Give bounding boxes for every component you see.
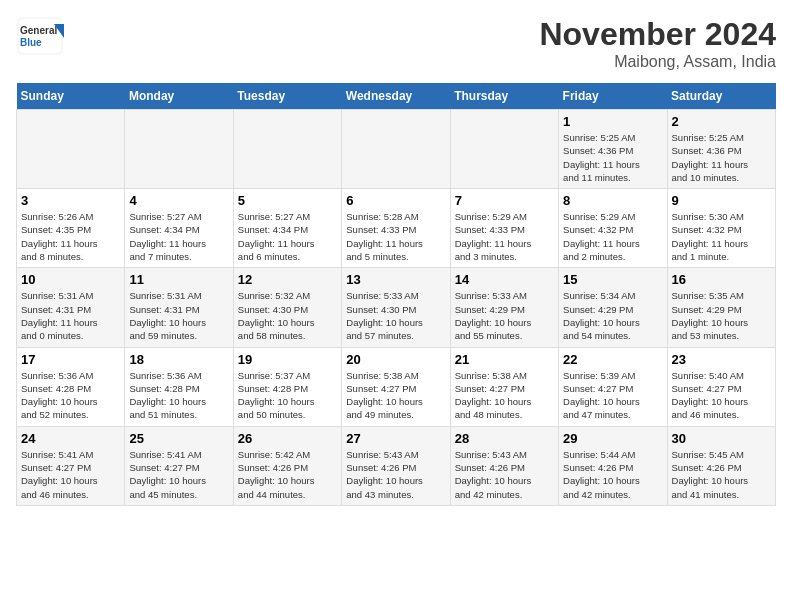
- calendar-cell: 14Sunrise: 5:33 AM Sunset: 4:29 PM Dayli…: [450, 268, 558, 347]
- calendar-cell: 13Sunrise: 5:33 AM Sunset: 4:30 PM Dayli…: [342, 268, 450, 347]
- day-number: 1: [563, 114, 662, 129]
- day-info: Sunrise: 5:40 AM Sunset: 4:27 PM Dayligh…: [672, 369, 771, 422]
- day-info: Sunrise: 5:36 AM Sunset: 4:28 PM Dayligh…: [21, 369, 120, 422]
- day-info: Sunrise: 5:26 AM Sunset: 4:35 PM Dayligh…: [21, 210, 120, 263]
- day-info: Sunrise: 5:45 AM Sunset: 4:26 PM Dayligh…: [672, 448, 771, 501]
- calendar-cell: 10Sunrise: 5:31 AM Sunset: 4:31 PM Dayli…: [17, 268, 125, 347]
- weekday-header: Saturday: [667, 83, 775, 110]
- calendar-cell: 20Sunrise: 5:38 AM Sunset: 4:27 PM Dayli…: [342, 347, 450, 426]
- day-number: 16: [672, 272, 771, 287]
- calendar-cell: 3Sunrise: 5:26 AM Sunset: 4:35 PM Daylig…: [17, 189, 125, 268]
- calendar-cell: 22Sunrise: 5:39 AM Sunset: 4:27 PM Dayli…: [559, 347, 667, 426]
- calendar-cell: 26Sunrise: 5:42 AM Sunset: 4:26 PM Dayli…: [233, 426, 341, 505]
- calendar-week-row: 24Sunrise: 5:41 AM Sunset: 4:27 PM Dayli…: [17, 426, 776, 505]
- page-title: November 2024: [539, 16, 776, 53]
- day-number: 4: [129, 193, 228, 208]
- calendar-cell: 4Sunrise: 5:27 AM Sunset: 4:34 PM Daylig…: [125, 189, 233, 268]
- day-info: Sunrise: 5:41 AM Sunset: 4:27 PM Dayligh…: [129, 448, 228, 501]
- day-number: 15: [563, 272, 662, 287]
- day-number: 2: [672, 114, 771, 129]
- day-number: 22: [563, 352, 662, 367]
- calendar-cell: 15Sunrise: 5:34 AM Sunset: 4:29 PM Dayli…: [559, 268, 667, 347]
- day-number: 26: [238, 431, 337, 446]
- calendar-cell: [233, 110, 341, 189]
- day-info: Sunrise: 5:43 AM Sunset: 4:26 PM Dayligh…: [455, 448, 554, 501]
- page-subtitle: Maibong, Assam, India: [539, 53, 776, 71]
- svg-text:Blue: Blue: [20, 37, 42, 48]
- day-info: Sunrise: 5:35 AM Sunset: 4:29 PM Dayligh…: [672, 289, 771, 342]
- day-info: Sunrise: 5:29 AM Sunset: 4:33 PM Dayligh…: [455, 210, 554, 263]
- calendar-cell: 11Sunrise: 5:31 AM Sunset: 4:31 PM Dayli…: [125, 268, 233, 347]
- weekday-header: Tuesday: [233, 83, 341, 110]
- day-info: Sunrise: 5:28 AM Sunset: 4:33 PM Dayligh…: [346, 210, 445, 263]
- day-number: 3: [21, 193, 120, 208]
- calendar-cell: 17Sunrise: 5:36 AM Sunset: 4:28 PM Dayli…: [17, 347, 125, 426]
- calendar-cell: [17, 110, 125, 189]
- day-info: Sunrise: 5:32 AM Sunset: 4:30 PM Dayligh…: [238, 289, 337, 342]
- calendar-cell: 28Sunrise: 5:43 AM Sunset: 4:26 PM Dayli…: [450, 426, 558, 505]
- day-info: Sunrise: 5:39 AM Sunset: 4:27 PM Dayligh…: [563, 369, 662, 422]
- day-info: Sunrise: 5:43 AM Sunset: 4:26 PM Dayligh…: [346, 448, 445, 501]
- weekday-header: Friday: [559, 83, 667, 110]
- day-number: 23: [672, 352, 771, 367]
- day-number: 29: [563, 431, 662, 446]
- day-number: 28: [455, 431, 554, 446]
- day-number: 10: [21, 272, 120, 287]
- day-number: 30: [672, 431, 771, 446]
- calendar-cell: 7Sunrise: 5:29 AM Sunset: 4:33 PM Daylig…: [450, 189, 558, 268]
- day-number: 14: [455, 272, 554, 287]
- weekday-header-row: SundayMondayTuesdayWednesdayThursdayFrid…: [17, 83, 776, 110]
- calendar-cell: [342, 110, 450, 189]
- day-info: Sunrise: 5:27 AM Sunset: 4:34 PM Dayligh…: [238, 210, 337, 263]
- calendar-cell: 29Sunrise: 5:44 AM Sunset: 4:26 PM Dayli…: [559, 426, 667, 505]
- day-info: Sunrise: 5:38 AM Sunset: 4:27 PM Dayligh…: [455, 369, 554, 422]
- day-info: Sunrise: 5:31 AM Sunset: 4:31 PM Dayligh…: [21, 289, 120, 342]
- calendar-cell: 12Sunrise: 5:32 AM Sunset: 4:30 PM Dayli…: [233, 268, 341, 347]
- day-info: Sunrise: 5:38 AM Sunset: 4:27 PM Dayligh…: [346, 369, 445, 422]
- day-info: Sunrise: 5:41 AM Sunset: 4:27 PM Dayligh…: [21, 448, 120, 501]
- day-info: Sunrise: 5:33 AM Sunset: 4:30 PM Dayligh…: [346, 289, 445, 342]
- day-number: 24: [21, 431, 120, 446]
- day-info: Sunrise: 5:25 AM Sunset: 4:36 PM Dayligh…: [672, 131, 771, 184]
- calendar-cell: 2Sunrise: 5:25 AM Sunset: 4:36 PM Daylig…: [667, 110, 775, 189]
- calendar-cell: [125, 110, 233, 189]
- day-number: 19: [238, 352, 337, 367]
- svg-text:General: General: [20, 25, 57, 36]
- weekday-header: Wednesday: [342, 83, 450, 110]
- day-number: 5: [238, 193, 337, 208]
- calendar-cell: 27Sunrise: 5:43 AM Sunset: 4:26 PM Dayli…: [342, 426, 450, 505]
- day-number: 11: [129, 272, 228, 287]
- day-number: 8: [563, 193, 662, 208]
- day-number: 20: [346, 352, 445, 367]
- calendar-cell: 5Sunrise: 5:27 AM Sunset: 4:34 PM Daylig…: [233, 189, 341, 268]
- day-number: 27: [346, 431, 445, 446]
- calendar-cell: 19Sunrise: 5:37 AM Sunset: 4:28 PM Dayli…: [233, 347, 341, 426]
- calendar-cell: 30Sunrise: 5:45 AM Sunset: 4:26 PM Dayli…: [667, 426, 775, 505]
- calendar-cell: 9Sunrise: 5:30 AM Sunset: 4:32 PM Daylig…: [667, 189, 775, 268]
- day-info: Sunrise: 5:33 AM Sunset: 4:29 PM Dayligh…: [455, 289, 554, 342]
- calendar-cell: 8Sunrise: 5:29 AM Sunset: 4:32 PM Daylig…: [559, 189, 667, 268]
- day-number: 13: [346, 272, 445, 287]
- weekday-header: Monday: [125, 83, 233, 110]
- calendar-cell: 18Sunrise: 5:36 AM Sunset: 4:28 PM Dayli…: [125, 347, 233, 426]
- day-number: 17: [21, 352, 120, 367]
- day-info: Sunrise: 5:36 AM Sunset: 4:28 PM Dayligh…: [129, 369, 228, 422]
- logo: General Blue: [16, 16, 66, 56]
- weekday-header: Thursday: [450, 83, 558, 110]
- weekday-header: Sunday: [17, 83, 125, 110]
- day-info: Sunrise: 5:27 AM Sunset: 4:34 PM Dayligh…: [129, 210, 228, 263]
- title-block: November 2024 Maibong, Assam, India: [539, 16, 776, 71]
- calendar-week-row: 1Sunrise: 5:25 AM Sunset: 4:36 PM Daylig…: [17, 110, 776, 189]
- calendar-week-row: 10Sunrise: 5:31 AM Sunset: 4:31 PM Dayli…: [17, 268, 776, 347]
- calendar-cell: 6Sunrise: 5:28 AM Sunset: 4:33 PM Daylig…: [342, 189, 450, 268]
- svg-rect-0: [18, 18, 62, 54]
- day-number: 12: [238, 272, 337, 287]
- calendar-cell: 25Sunrise: 5:41 AM Sunset: 4:27 PM Dayli…: [125, 426, 233, 505]
- day-number: 25: [129, 431, 228, 446]
- day-info: Sunrise: 5:30 AM Sunset: 4:32 PM Dayligh…: [672, 210, 771, 263]
- day-number: 9: [672, 193, 771, 208]
- day-number: 21: [455, 352, 554, 367]
- day-number: 6: [346, 193, 445, 208]
- day-info: Sunrise: 5:31 AM Sunset: 4:31 PM Dayligh…: [129, 289, 228, 342]
- day-info: Sunrise: 5:34 AM Sunset: 4:29 PM Dayligh…: [563, 289, 662, 342]
